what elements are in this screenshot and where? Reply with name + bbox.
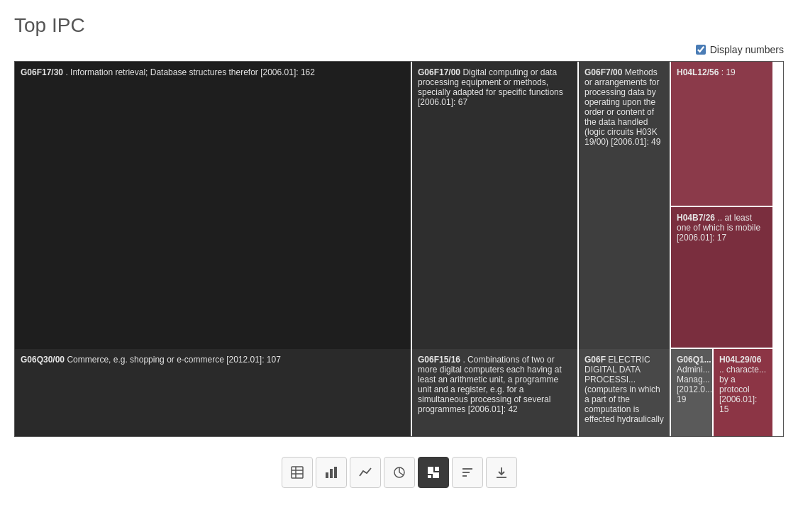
svg-line-9 bbox=[399, 472, 404, 475]
cell-h04l2906[interactable]: H04L29/06 .. characte... by a protocol [… bbox=[714, 349, 772, 436]
cell-h04l2906-desc: .. characte... by a protocol [2006.01]: … bbox=[719, 365, 766, 414]
svg-rect-5 bbox=[330, 469, 333, 478]
cell-g06f700-code: G06F7/00 bbox=[584, 67, 622, 77]
cell-g06f-edp[interactable]: G06F ELECTRIC DIGITAL DATA PROCESSI... (… bbox=[579, 349, 670, 436]
pie-chart-button[interactable] bbox=[384, 457, 415, 488]
treemap-col-far-right: H04L12/56 : 19 H04B7/26 .. at least one … bbox=[671, 62, 772, 436]
display-numbers-toggle[interactable]: Display numbers bbox=[696, 44, 784, 55]
cell-g06f1730-code: G06F17/30 bbox=[21, 67, 63, 77]
cell-h04l1256-code: H04L12/56 bbox=[677, 67, 719, 77]
display-numbers-checkbox[interactable] bbox=[696, 45, 706, 55]
cell-g06q1-admini[interactable]: G06Q1... Admini... Manag... [2012.0... 1… bbox=[671, 349, 714, 436]
page-title: Top IPC bbox=[0, 0, 798, 44]
bar-chart-button[interactable] bbox=[316, 457, 347, 488]
svg-rect-13 bbox=[433, 472, 439, 478]
cell-g06f1700[interactable]: G06F17/00 Digital computing or data proc… bbox=[412, 62, 577, 349]
cell-h04b726[interactable]: H04B7/26 .. at least one of which is mob… bbox=[671, 207, 772, 349]
cell-g06f1730-desc: . Information retrieval; Database struct… bbox=[65, 67, 315, 77]
controls-bar: Display numbers bbox=[0, 44, 798, 61]
svg-rect-11 bbox=[435, 467, 439, 471]
svg-rect-0 bbox=[292, 467, 303, 478]
treemap-button[interactable] bbox=[418, 457, 449, 488]
cell-g06f-edp-desc: ELECTRIC DIGITAL DATA PROCESSI... (compu… bbox=[584, 355, 664, 424]
cell-g06q1-code: G06Q1... bbox=[677, 355, 711, 365]
sort-button[interactable] bbox=[452, 457, 483, 488]
cell-row-split: G06F ELECTRIC DIGITAL DATA PROCESSI... (… bbox=[579, 349, 670, 436]
cell-g06q3000-code: G06Q30/00 bbox=[21, 355, 65, 365]
cell-g06q3000-desc: Commerce, e.g. shopping or e-commerce [2… bbox=[67, 355, 281, 365]
svg-rect-12 bbox=[428, 475, 431, 478]
cell-h04l2906-code: H04L29/06 bbox=[719, 355, 761, 365]
treemap: G06F17/30 . Information retrieval; Datab… bbox=[14, 61, 784, 437]
cell-h04b726-code: H04B7/26 bbox=[677, 213, 715, 223]
line-chart-button[interactable] bbox=[350, 457, 381, 488]
cell-h04l1256-desc: : 19 bbox=[721, 67, 736, 77]
svg-rect-10 bbox=[428, 467, 433, 474]
cell-h04l1256[interactable]: H04L12/56 : 19 bbox=[671, 62, 772, 207]
cell-bottom-row: G06Q1... Admini... Manag... [2012.0... 1… bbox=[671, 349, 772, 436]
svg-rect-4 bbox=[326, 472, 328, 478]
treemap-col-middle: G06F17/00 Digital computing or data proc… bbox=[412, 62, 579, 436]
treemap-col-left: G06F17/30 . Information retrieval; Datab… bbox=[15, 62, 412, 436]
cell-g06q3000[interactable]: G06Q30/00 Commerce, e.g. shopping or e-c… bbox=[15, 349, 411, 436]
cell-g06f1700-code: G06F17/00 bbox=[418, 67, 460, 77]
display-numbers-label: Display numbers bbox=[710, 44, 784, 55]
cell-g06f1516-code: G06F15/16 bbox=[418, 355, 460, 365]
cell-g06f700[interactable]: G06F7/00 Methods or arrangements for pro… bbox=[579, 62, 670, 349]
cell-g06f-edp-code: G06F bbox=[584, 355, 606, 365]
toolbar bbox=[0, 457, 798, 488]
table-view-button[interactable] bbox=[282, 457, 313, 488]
cell-g06f1516[interactable]: G06F15/16 . Combinations of two or more … bbox=[412, 349, 577, 436]
download-button[interactable] bbox=[486, 457, 517, 488]
cell-g06q1-desc: Admini... Manag... [2012.0... 19 bbox=[677, 365, 712, 404]
cell-g06f700-desc: Methods or arrangements for processing d… bbox=[584, 67, 660, 147]
svg-rect-6 bbox=[334, 467, 337, 478]
cell-g06f1730[interactable]: G06F17/30 . Information retrieval; Datab… bbox=[15, 62, 411, 349]
treemap-col-right-mid: G06F7/00 Methods or arrangements for pro… bbox=[579, 62, 671, 436]
